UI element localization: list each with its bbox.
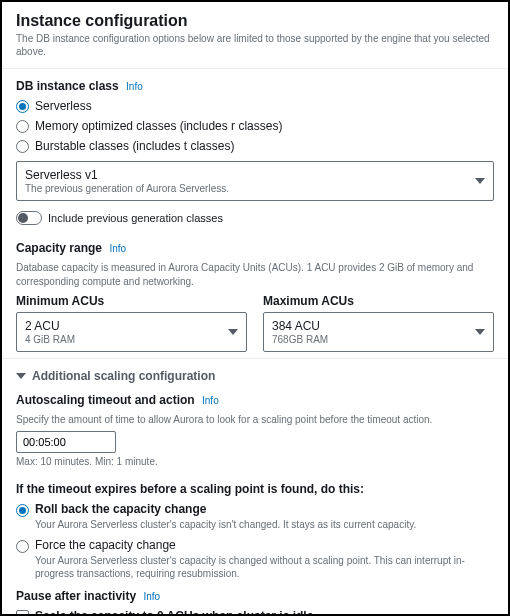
radio-rollback[interactable]: Roll back the capacity change Your Auror… — [16, 502, 494, 532]
max-acu-select[interactable]: 384 ACU 768GB RAM — [263, 312, 494, 352]
select-value: Serverless v1 — [25, 168, 467, 182]
chevron-down-icon — [16, 373, 26, 379]
select-hint: 4 GiB RAM — [25, 334, 220, 345]
radio-icon — [16, 120, 29, 133]
radio-serverless[interactable]: Serverless — [16, 99, 494, 113]
select-hint: 768GB RAM — [272, 334, 467, 345]
autoscaling-desc: Specify the amount of time to allow Auro… — [16, 413, 494, 427]
radio-force[interactable]: Force the capacity change Your Aurora Se… — [16, 538, 494, 581]
timeout-heading: If the timeout expires before a scaling … — [16, 482, 494, 496]
radio-icon — [16, 100, 29, 113]
pause-label: Pause after inactivity Info — [16, 589, 494, 603]
page-subtitle: The DB instance configuration options be… — [16, 32, 494, 58]
expand-label: Additional scaling configuration — [32, 369, 215, 383]
radio-label: Memory optimized classes (includes r cla… — [35, 119, 282, 133]
generation-select[interactable]: Serverless v1 The previous generation of… — [16, 161, 494, 201]
scale-to-zero-checkbox[interactable]: Scale the capacity to 0 ACUs when cluste… — [16, 609, 494, 617]
db-instance-class-info-link[interactable]: Info — [126, 81, 143, 92]
radio-desc: Your Aurora Serverless cluster's capacit… — [35, 554, 494, 581]
radio-icon — [16, 540, 29, 553]
additional-scaling-expand[interactable]: Additional scaling configuration — [16, 369, 494, 383]
instance-class-radio-group: Serverless Memory optimized classes (inc… — [16, 99, 494, 153]
chevron-down-icon — [475, 329, 485, 335]
radio-desc: Your Aurora Serverless cluster's capacit… — [35, 518, 416, 532]
capacity-desc: Database capacity is measured in Aurora … — [16, 261, 494, 288]
toggle-icon — [16, 211, 42, 225]
capacity-info-link[interactable]: Info — [109, 243, 126, 254]
autoscaling-hint: Max: 10 minutes. Min: 1 minute. — [16, 455, 494, 469]
pause-info-link[interactable]: Info — [143, 591, 160, 602]
radio-icon — [16, 504, 29, 517]
radio-label: Force the capacity change — [35, 538, 494, 552]
page-title: Instance configuration — [16, 12, 494, 30]
min-acu-label: Minimum ACUs — [16, 294, 247, 308]
select-hint: The previous generation of Aurora Server… — [25, 183, 467, 194]
toggle-label: Include previous generation classes — [48, 212, 223, 224]
checkbox-label: Scale the capacity to 0 ACUs when cluste… — [35, 609, 494, 617]
min-acu-select[interactable]: 2 ACU 4 GiB RAM — [16, 312, 247, 352]
capacity-range-label: Capacity range Info — [16, 241, 494, 255]
chevron-down-icon — [475, 178, 485, 184]
db-instance-class-label: DB instance class Info — [16, 79, 494, 93]
radio-label: Roll back the capacity change — [35, 502, 416, 516]
autoscaling-timeout-input[interactable] — [16, 431, 116, 453]
radio-burstable[interactable]: Burstable classes (includes t classes) — [16, 139, 494, 153]
autoscaling-label: Autoscaling timeout and action Info — [16, 393, 494, 407]
radio-label: Serverless — [35, 99, 92, 113]
radio-icon — [16, 140, 29, 153]
checkbox-icon — [16, 610, 29, 617]
select-value: 384 ACU — [272, 319, 467, 333]
autoscaling-info-link[interactable]: Info — [202, 395, 219, 406]
max-acu-label: Maximum ACUs — [263, 294, 494, 308]
include-previous-toggle[interactable]: Include previous generation classes — [16, 211, 494, 225]
radio-label: Burstable classes (includes t classes) — [35, 139, 234, 153]
chevron-down-icon — [228, 329, 238, 335]
select-value: 2 ACU — [25, 319, 220, 333]
radio-memory-optimized[interactable]: Memory optimized classes (includes r cla… — [16, 119, 494, 133]
panel-header: Instance configuration The DB instance c… — [2, 2, 508, 69]
